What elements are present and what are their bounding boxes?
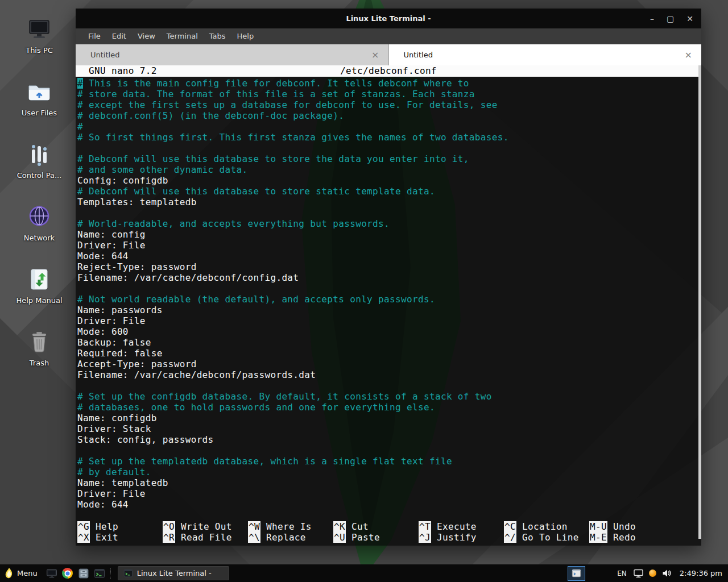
computer-icon bbox=[4, 14, 75, 44]
terminal-line: Driver: File bbox=[77, 240, 701, 251]
nano-shortcut: ^T Execute bbox=[419, 521, 504, 532]
menu-item-edit[interactable]: Edit bbox=[106, 28, 132, 44]
terminal-line: Mode: 644 bbox=[77, 251, 701, 261]
terminal-launcher[interactable] bbox=[92, 564, 107, 582]
file-cabinet-icon bbox=[78, 568, 89, 579]
nano-shortcut-row: ^G Help^O Write Out^W Where Is^K Cut^T E… bbox=[77, 521, 697, 532]
nano-shortcuts: ^G Help^O Write Out^W Where Is^K Cut^T E… bbox=[77, 521, 697, 543]
maximize-button[interactable]: ▢ bbox=[667, 15, 674, 23]
tab-label: Untitled bbox=[90, 51, 119, 59]
terminal-line: # Set up the configdb database. By defau… bbox=[77, 391, 701, 402]
nano-shortcut: ^R Read File bbox=[163, 532, 248, 543]
desktop-icon-label: Network bbox=[4, 234, 75, 242]
tab-close-icon[interactable]: × bbox=[685, 51, 692, 60]
terminal-line: # So first things first. This first stan… bbox=[77, 132, 701, 143]
trash-icon bbox=[4, 327, 75, 356]
terminal-line: Name: configdb bbox=[77, 413, 701, 423]
taskbar: Menu bbox=[0, 564, 728, 582]
terminal-line: Stack: config, passwords bbox=[77, 434, 701, 445]
terminal-line bbox=[77, 207, 701, 218]
terminal-line: Required: false bbox=[77, 348, 701, 359]
notification-icon[interactable] bbox=[649, 569, 656, 577]
help-manual-icon bbox=[4, 264, 75, 294]
terminal-line bbox=[77, 380, 701, 391]
tab-untitled-1[interactable]: Untitled × bbox=[76, 44, 389, 65]
desktop-icon-label: This PC bbox=[4, 46, 75, 55]
tab-untitled-2[interactable]: Untitled × bbox=[389, 44, 702, 65]
desktop-icon-user-files[interactable]: User Files bbox=[4, 77, 75, 117]
tray-terminal-indicator[interactable] bbox=[568, 566, 585, 581]
tasklist-handle bbox=[110, 568, 114, 579]
terminal-line: # by default. bbox=[77, 467, 701, 477]
menu-item-tabs[interactable]: Tabs bbox=[204, 28, 231, 44]
desktop: This PC User Files bbox=[0, 0, 728, 582]
terminal-line: Mode: 600 bbox=[77, 326, 701, 337]
desktop-icon-this-pc[interactable]: This PC bbox=[4, 14, 75, 55]
terminal-window: Linux Lite Terminal - – ▢ ✕ File Edit Vi… bbox=[76, 9, 701, 546]
nano-shortcut: ^J Justify bbox=[419, 532, 504, 543]
nano-shortcut: ^C Location bbox=[504, 521, 589, 532]
close-button[interactable]: ✕ bbox=[686, 15, 693, 23]
menu-item-view[interactable]: View bbox=[132, 28, 161, 44]
terminal-line: # bbox=[77, 121, 701, 132]
scrollbar[interactable] bbox=[698, 65, 701, 539]
terminal-line: # store data. The format of this file is… bbox=[77, 89, 701, 99]
desktop-icon-network[interactable]: Network bbox=[4, 202, 75, 242]
orange-status-dot bbox=[649, 569, 656, 577]
terminal-icon bbox=[94, 568, 105, 579]
terminal-line: # Set up the templatedb database, which … bbox=[77, 456, 701, 467]
desktop-icon-help-manual[interactable]: Help Manual bbox=[4, 264, 75, 305]
chrome-launcher[interactable] bbox=[60, 564, 76, 582]
terminal-line: Filename: /var/cache/debconf/config.dat bbox=[77, 272, 701, 283]
terminal-line: # and some other dynamic data. bbox=[77, 164, 701, 175]
desktop-icon-label: Help Manual bbox=[4, 296, 75, 305]
window-titlebar[interactable]: Linux Lite Terminal - – ▢ ✕ bbox=[76, 9, 701, 28]
text-cursor: # bbox=[77, 78, 83, 89]
file-manager-launcher[interactable] bbox=[76, 564, 92, 582]
menu-item-help[interactable]: Help bbox=[231, 28, 260, 44]
desktop-icon-control-panel[interactable]: Control Pa... bbox=[4, 139, 75, 180]
terminal-line bbox=[77, 283, 701, 294]
volume-icon[interactable] bbox=[662, 569, 672, 577]
terminal-line: Reject-Type: password bbox=[77, 261, 701, 272]
terminal-line bbox=[77, 445, 701, 456]
menu-item-file[interactable]: File bbox=[82, 28, 106, 44]
desktop-icon-trash[interactable]: Trash bbox=[4, 327, 75, 367]
tab-bar: Untitled × Untitled × bbox=[76, 44, 701, 65]
menu-bar: File Edit View Terminal Tabs Help bbox=[76, 28, 701, 44]
terminal-line: # Not world readable (the default), and … bbox=[77, 294, 701, 305]
terminal-line: Filename: /var/cache/debconf/passwords.d… bbox=[77, 369, 701, 380]
terminal-line bbox=[77, 143, 701, 153]
nano-shortcut: ^O Write Out bbox=[163, 521, 248, 532]
show-desktop-launcher[interactable] bbox=[44, 564, 60, 582]
terminal-content[interactable]: /etc/debconf.conf GNU nano 7.2 # This is… bbox=[76, 65, 701, 546]
terminal-line: Mode: 644 bbox=[77, 499, 701, 510]
terminal-line: # except the first sets up a database fo… bbox=[77, 99, 701, 110]
nano-shortcut: ^\ Replace bbox=[248, 532, 333, 543]
nano-titlebar: /etc/debconf.conf GNU nano 7.2 bbox=[76, 65, 701, 77]
terminal-line: Name: templatedb bbox=[77, 477, 701, 488]
clock[interactable]: 2:49:36 pm bbox=[680, 569, 722, 577]
menu-button-label: Menu bbox=[17, 569, 38, 577]
menu-item-terminal[interactable]: Terminal bbox=[161, 28, 204, 44]
nano-filename: /etc/debconf.conf bbox=[76, 65, 701, 77]
keyboard-layout-indicator[interactable]: EN bbox=[617, 569, 627, 577]
terminal-line: Templates: templatedb bbox=[77, 197, 701, 207]
desktop-monitor-icon bbox=[46, 568, 57, 579]
nano-shortcut: ^U Paste bbox=[333, 532, 419, 543]
network-globe-icon bbox=[4, 202, 75, 231]
nano-shortcut: ^/ Go To Line bbox=[504, 532, 589, 543]
terminal-line: Name: config bbox=[77, 229, 701, 240]
nano-shortcut: ^W Where Is bbox=[248, 521, 333, 532]
terminal-line: # This is the main config file for debco… bbox=[77, 78, 701, 89]
nano-buffer: # This is the main config file for debco… bbox=[76, 77, 701, 510]
terminal-line: Driver: File bbox=[77, 488, 701, 499]
control-panel-icon bbox=[4, 139, 75, 169]
menu-button[interactable]: Menu bbox=[0, 564, 44, 582]
folder-icon bbox=[4, 77, 75, 106]
task-button-terminal[interactable]: Linux Lite Terminal - bbox=[118, 566, 229, 580]
minimize-button[interactable]: – bbox=[650, 15, 654, 23]
terminal-line: Accept-Type: password bbox=[77, 359, 701, 369]
tab-close-icon[interactable]: × bbox=[371, 51, 379, 60]
display-icon[interactable] bbox=[634, 569, 643, 578]
